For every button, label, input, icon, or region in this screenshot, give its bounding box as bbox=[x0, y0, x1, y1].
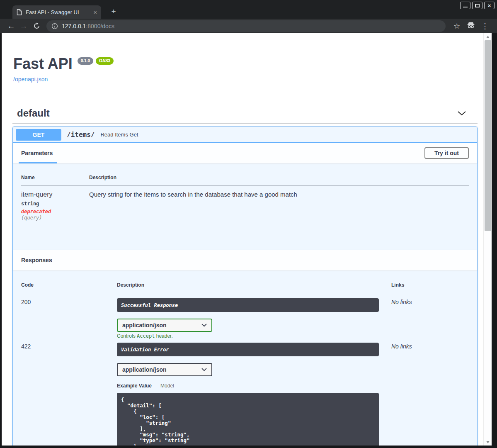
response-row-422: 422 Validation Error application/json bbox=[21, 339, 469, 446]
responses-title: Responses bbox=[21, 257, 52, 263]
response-code: 200 bbox=[21, 299, 31, 305]
tab-example-value[interactable]: Example Value bbox=[117, 383, 152, 389]
window-controls: × bbox=[460, 2, 495, 9]
tab-title: Fast API - Swagger UI bbox=[26, 9, 91, 15]
page-favicon-icon bbox=[17, 9, 22, 15]
oas3-badge: OAS3 bbox=[96, 57, 114, 65]
select-chevron-icon bbox=[201, 324, 207, 327]
reload-icon[interactable] bbox=[31, 22, 42, 29]
chevron-down-icon[interactable] bbox=[457, 111, 466, 116]
back-icon[interactable]: ← bbox=[5, 22, 17, 30]
maximize-icon bbox=[475, 4, 480, 7]
parameter-description: Query string for the items to search in … bbox=[89, 191, 469, 198]
browser-menu-icon[interactable]: ⋮ bbox=[478, 22, 492, 31]
tab-close-icon[interactable]: × bbox=[93, 9, 97, 15]
new-tab-button[interactable]: + bbox=[109, 7, 119, 17]
parameter-location: (query) bbox=[21, 215, 89, 221]
parameters-section: Name Description item-query string depre… bbox=[13, 163, 477, 250]
tab-model[interactable]: Model bbox=[160, 383, 174, 389]
api-info: Fast API 0.1.0 OAS3 /openapi.json bbox=[13, 56, 478, 83]
url-host: 127.0.0.1 bbox=[62, 23, 86, 29]
parameters-tab[interactable]: Parameters bbox=[21, 150, 53, 156]
parameter-deprecated-flag: deprecated bbox=[21, 209, 89, 214]
tag-title: default bbox=[17, 107, 50, 119]
tab-bar: × Fast API - Swagger UI × + bbox=[0, 0, 497, 19]
http-method-badge: GET bbox=[16, 129, 61, 141]
minimize-icon bbox=[463, 7, 468, 7]
parameter-name: item-query bbox=[21, 191, 89, 198]
browser-toolbar: ← → 127.0.0.1:8000/docs ☆ bbox=[0, 19, 497, 33]
minimize-button[interactable] bbox=[460, 2, 470, 9]
example-model-tabs: Example Value Model bbox=[117, 382, 391, 389]
scrollbar-down-arrow[interactable] bbox=[484, 438, 492, 446]
parameter-row: item-query string deprecated (query) Que… bbox=[21, 186, 469, 221]
url-path: :8000/docs bbox=[86, 23, 114, 29]
responses-header: Responses bbox=[13, 250, 477, 270]
browser-tab[interactable]: Fast API - Swagger UI × bbox=[12, 5, 101, 19]
active-tab-underline bbox=[19, 162, 57, 163]
response-description-text: Validation Error bbox=[121, 347, 169, 353]
select-chevron-icon bbox=[201, 368, 207, 371]
address-bar[interactable]: 127.0.0.1:8000/docs bbox=[46, 20, 446, 32]
media-type-select-200[interactable]: application/json bbox=[117, 319, 212, 332]
tabs-divider bbox=[156, 382, 156, 389]
parameter-type: string bbox=[21, 201, 89, 207]
version-badge: 0.1.0 bbox=[78, 57, 93, 65]
url-text: 127.0.0.1:8000/docs bbox=[62, 23, 114, 29]
response-links-column-header: Links bbox=[391, 278, 469, 293]
operation-summary[interactable]: GET /items/ Read Items Get bbox=[13, 127, 477, 143]
example-json-code: { "detail": [ { "loc": [ "string" ], "ms… bbox=[121, 397, 375, 446]
response-row-200: 200 Successful Response application/json bbox=[21, 293, 469, 339]
example-json-panel: { "detail": [ { "loc": [ "string" ], "ms… bbox=[117, 393, 379, 446]
scrollbar-thumb[interactable] bbox=[485, 40, 491, 231]
response-description-panel: Validation Error bbox=[117, 343, 379, 356]
response-links-text: No links bbox=[391, 343, 412, 350]
media-type-value: application/json bbox=[122, 322, 167, 329]
forward-icon[interactable]: → bbox=[17, 22, 30, 30]
maximize-button[interactable] bbox=[472, 2, 482, 9]
responses-section: Code Description Links 200 Successful Re bbox=[13, 270, 477, 446]
try-it-out-button[interactable]: Try it out bbox=[424, 147, 469, 159]
response-code: 422 bbox=[21, 343, 31, 350]
response-description-column-header: Description bbox=[117, 278, 391, 293]
parameters-header: Parameters Try it out bbox=[13, 143, 477, 163]
close-window-button[interactable]: × bbox=[484, 2, 495, 9]
accept-code: Accept bbox=[137, 333, 155, 339]
incognito-icon bbox=[464, 21, 478, 31]
operation-path: /items/ bbox=[67, 131, 95, 139]
accept-header-note: Controls Accept header. bbox=[117, 333, 391, 339]
param-name-column-header: Name bbox=[21, 170, 89, 186]
openapi-spec-link[interactable]: /openapi.json bbox=[13, 76, 48, 83]
page-scrollbar[interactable] bbox=[483, 33, 492, 446]
response-code-column-header: Code bbox=[21, 278, 117, 293]
browser-chrome: × Fast API - Swagger UI × + ← → bbox=[0, 0, 497, 33]
response-description-text: Successful Response bbox=[121, 302, 178, 308]
operation-description: Read Items Get bbox=[100, 131, 138, 138]
operation-block-get-items: GET /items/ Read Items Get Parameters Tr… bbox=[12, 127, 478, 446]
bookmark-star-icon[interactable]: ☆ bbox=[450, 22, 464, 31]
tag-section-header[interactable]: default bbox=[12, 107, 478, 124]
scrollbar-up-arrow[interactable] bbox=[484, 33, 492, 40]
info-icon bbox=[51, 23, 58, 29]
response-description-panel: Successful Response bbox=[117, 298, 379, 312]
page-title: Fast API bbox=[13, 56, 73, 72]
media-type-select-422[interactable]: application/json bbox=[117, 363, 212, 376]
response-links-text: No links bbox=[391, 299, 412, 305]
close-icon: × bbox=[488, 3, 491, 8]
media-type-value: application/json bbox=[122, 366, 167, 373]
param-description-column-header: Description bbox=[89, 170, 469, 186]
page-content: Fast API 0.1.0 OAS3 /openapi.json defaul… bbox=[2, 33, 483, 446]
